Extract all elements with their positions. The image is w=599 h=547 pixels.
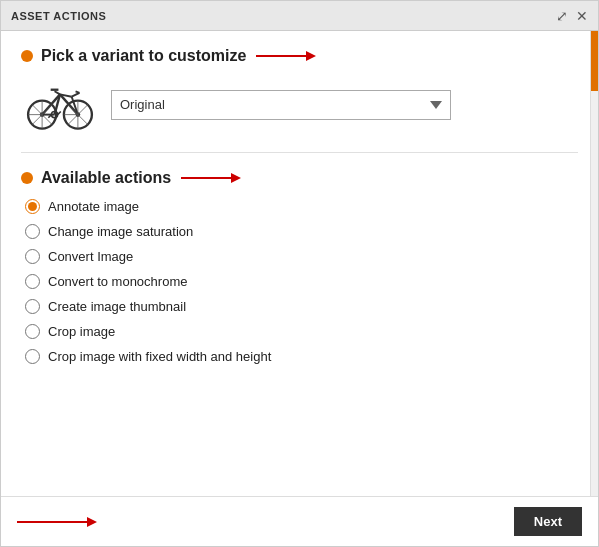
actions-section: Available actions Annotate imageChange i… xyxy=(21,169,578,364)
close-icon[interactable]: ✕ xyxy=(576,9,588,23)
next-button[interactable]: Next xyxy=(514,507,582,536)
bicycle-icon xyxy=(25,77,95,132)
variant-section-header: Pick a variant to customize xyxy=(21,47,578,65)
svg-marker-34 xyxy=(231,173,241,183)
radio-item[interactable]: Change image saturation xyxy=(25,224,578,239)
asset-actions-window: ASSET ACTIONS ⤢ ✕ Pick a variant to cust… xyxy=(0,0,599,547)
expand-icon[interactable]: ⤢ xyxy=(556,9,568,23)
footer-arrow xyxy=(17,513,97,531)
svg-line-18 xyxy=(32,105,42,115)
actions-dot xyxy=(21,172,33,184)
radio-label: Crop image with fixed width and height xyxy=(48,349,271,364)
footer: Next xyxy=(1,496,598,546)
radio-label: Crop image xyxy=(48,324,115,339)
radio-label: Annotate image xyxy=(48,199,139,214)
radio-item[interactable]: Create image thumbnail xyxy=(25,299,578,314)
radio-item[interactable]: Annotate image xyxy=(25,199,578,214)
radio-item[interactable]: Convert Image xyxy=(25,249,578,264)
variant-section: Pick a variant to customize xyxy=(21,47,578,132)
radio-label: Convert to monochrome xyxy=(48,274,187,289)
svg-line-22 xyxy=(42,105,52,115)
radio-list: Annotate imageChange image saturationCon… xyxy=(25,199,578,364)
titlebar: ASSET ACTIONS ⤢ ✕ xyxy=(1,1,598,31)
svg-line-14 xyxy=(55,91,60,94)
actions-arrow xyxy=(181,169,241,187)
svg-marker-36 xyxy=(87,517,97,527)
radio-input[interactable] xyxy=(25,224,40,239)
svg-line-19 xyxy=(32,115,42,125)
variant-section-title: Pick a variant to customize xyxy=(41,47,246,65)
radio-label: Change image saturation xyxy=(48,224,193,239)
radio-input[interactable] xyxy=(25,299,40,314)
svg-line-12 xyxy=(72,93,80,97)
window-title: ASSET ACTIONS xyxy=(11,10,106,22)
svg-line-28 xyxy=(78,115,88,125)
radio-item[interactable]: Crop image with fixed width and height xyxy=(25,349,578,364)
content-area: Pick a variant to customize xyxy=(1,31,598,546)
actions-section-title: Available actions xyxy=(41,169,171,187)
radio-input[interactable] xyxy=(25,324,40,339)
radio-input[interactable] xyxy=(25,274,40,289)
radio-input[interactable] xyxy=(25,199,40,214)
svg-line-26 xyxy=(68,115,78,125)
section-divider xyxy=(21,152,578,153)
svg-line-32 xyxy=(58,112,61,115)
svg-marker-1 xyxy=(306,51,316,61)
radio-label: Create image thumbnail xyxy=(48,299,186,314)
radio-input[interactable] xyxy=(25,349,40,364)
variant-select[interactable]: Original xyxy=(111,90,451,120)
variant-arrow xyxy=(256,47,316,65)
variant-dot xyxy=(21,50,33,62)
radio-input[interactable] xyxy=(25,249,40,264)
actions-section-header: Available actions xyxy=(21,169,578,187)
radio-item[interactable]: Convert to monochrome xyxy=(25,274,578,289)
svg-line-29 xyxy=(78,105,88,115)
radio-label: Convert Image xyxy=(48,249,133,264)
svg-line-13 xyxy=(76,91,80,93)
variant-row: Original xyxy=(25,77,578,132)
titlebar-icons: ⤢ ✕ xyxy=(556,9,588,23)
radio-item[interactable]: Crop image xyxy=(25,324,578,339)
